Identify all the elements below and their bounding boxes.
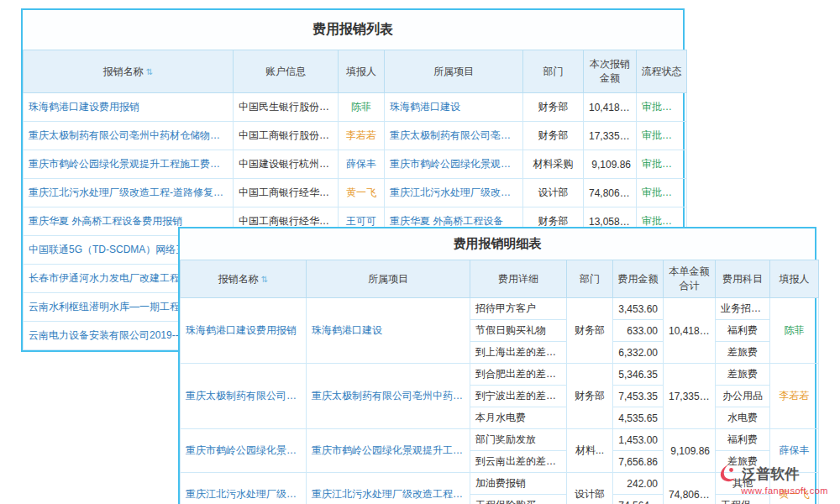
cell-expense-name[interactable]: 重庆江北污水处理厂级改造工程-道路修复工程费用... [24,179,234,207]
cell-dept: 材料采购 [523,150,584,179]
cell-project[interactable]: 重庆江北污水处理厂级改造工程-道路修复工程 [307,473,470,504]
cell-status[interactable]: 审批通过 [637,122,687,150]
cell-expense-detail: 到上海出差的差旅费 [470,342,567,364]
expense-detail-title: 费用报销明细表 [180,228,815,260]
cell-project[interactable]: 重庆太极制药有限公司亳州中... [385,122,523,150]
cell-expense-detail: 到云南出差的差旅费 [470,451,567,473]
table-row: 重庆江北污水处理厂级改造工程-道路修复工程费用... 中国工商银行经华路支行 黄… [24,179,687,207]
cell-account: 中国工商银行经华路支行 [234,179,339,207]
cell-status[interactable]: 审批通过 [637,150,687,179]
cell-total: 74,806.00 [664,473,716,504]
col-header-name[interactable]: 报销名称⇅ [181,260,307,298]
col-header-status: 流程状态 [637,50,687,93]
brand-name: 泛普软件 [742,465,799,484]
cell-total: 17,335.35 [664,364,716,429]
cell-amount: 3,453.60 [613,298,664,320]
cell-expense-name[interactable]: 重庆江北污水处理厂级改造工程-... [181,473,307,504]
cell-amount: 5,346.35 [613,364,664,386]
cell-amount: 7,453.35 [613,386,664,407]
col-header-project: 所属项目 [307,260,470,298]
cell-total: 10,418.60 [664,298,716,364]
cell-expense-detail: 节假日购买礼物 [470,320,567,342]
cell-expense-detail: 本月水电费 [470,407,567,429]
col-header-reporter: 填报人 [770,260,819,298]
cell-category: 福利费 [716,320,770,342]
cell-reporter: 李若若 [339,122,385,150]
col-header-category: 费用科目 [716,260,770,298]
sort-icon[interactable]: ⇅ [261,275,268,284]
cell-reporter: 陈菲 [770,298,819,364]
cell-amount: 10,418.60 [584,93,637,122]
col-header-detail: 费用详细 [470,260,567,298]
cell-category: 办公用品 [716,386,770,407]
cell-expense-name[interactable]: 重庆太极制药有限公司亳州中药材... [181,364,307,429]
cell-dept: 材料... [567,429,613,473]
fanpu-logo: 泛普软件 www.fanpusoft.com [717,464,828,496]
col-header-name-label: 报销名称 [103,66,144,77]
cell-amount: 4,535.65 [613,407,664,429]
table-row: 重庆市鹤岭公园绿化景观提升工程... 重庆市鹤岭公园绿化景观提升工程施工 部门奖… [181,429,819,451]
cell-status[interactable]: 审批通过 [637,93,687,122]
cell-project[interactable]: 重庆市鹤岭公园绿化景观提升工程施工 [307,429,470,473]
expense-detail-panel: 费用报销明细表 报销名称⇅ 所属项目 费用详细 部门 费用金额 本单金额合计 费… [178,227,816,504]
col-header-amount: 费用金额 [613,260,664,298]
sort-icon[interactable]: ⇅ [146,67,153,76]
cell-amount: 6,332.00 [613,342,664,364]
col-header-dept: 部门 [567,260,613,298]
col-header-reporter: 填报人 [339,50,385,93]
cell-expense-detail: 招待甲方客户 [470,298,567,320]
cell-account: 中国工商银行股份有限 [234,122,339,150]
cell-amount: 9,109.86 [584,150,637,179]
cell-expense-name[interactable]: 珠海鹤港口建设费用报销 [181,298,307,364]
cell-expense-name[interactable]: 重庆市鹤岭公园绿化景观提升工程施工费用报销 [24,150,234,179]
cell-project[interactable]: 珠海鹤港口建设 [385,93,523,122]
cell-reporter: 李若若 [770,364,819,429]
cell-category: 差旅费 [716,364,770,386]
table-row: 珠海鹤港口建设费用报销 中国民生银行股份有限... 陈菲 珠海鹤港口建设 财务部… [24,93,687,122]
cell-category: 工程保险费 [716,495,770,504]
cell-total: 9,109.86 [664,429,716,473]
cell-reporter: 黄一飞 [339,179,385,207]
cell-project[interactable]: 重庆市鹤岭公园绿化景观提升... [385,150,523,179]
cell-account: 中国民生银行股份有限... [234,93,339,122]
col-header-total: 本单金额合计 [664,260,716,298]
brand-url: www.fanpusoft.com [717,486,828,496]
cell-expense-name[interactable]: 珠海鹤港口建设费用报销 [24,93,234,122]
cell-account: 中国建设银行杭州市上... [234,150,339,179]
table-row: 珠海鹤港口建设费用报销 珠海鹤港口建设 招待甲方客户 财务部 3,453.60 … [181,298,819,320]
cell-dept: 财务部 [523,93,584,122]
table-row: 重庆太极制药有限公司亳州中药材... 重庆太极制药有限公司亳州中药材仓储物流..… [181,364,819,386]
fanpu-logo-icon [717,464,738,484]
col-header-name-label: 报销名称 [218,273,259,285]
cell-expense-name[interactable]: 重庆太极制药有限公司亳州中药材仓储物流基地项... [24,122,234,150]
cell-category: 业务招待费 [716,298,770,320]
cell-expense-detail: 加油费报销 [470,473,567,495]
cell-dept: 财务部 [523,122,584,150]
cell-expense-detail: 到宁波出差的差旅费 [470,386,567,407]
cell-status[interactable]: 审批通过 [637,179,687,207]
cell-amount: 74,564... [613,495,664,504]
col-header-name[interactable]: 报销名称⇅ [24,50,234,93]
cell-expense-name[interactable]: 重庆市鹤岭公园绿化景观提升工程... [181,429,307,473]
cell-amount: 633.00 [613,320,664,342]
cell-dept: 财务部 [567,298,613,364]
cell-project[interactable]: 重庆太极制药有限公司亳州中药材仓储物流... [307,364,470,429]
table-row: 重庆太极制药有限公司亳州中药材仓储物流基地项... 中国工商银行股份有限 李若若… [24,122,687,150]
cell-reporter: 陈菲 [339,93,385,122]
cell-expense-detail: 部门奖励发放 [470,429,567,451]
cell-project[interactable]: 珠海鹤港口建设 [307,298,470,364]
cell-amount: 17,335.35 [584,122,637,150]
expense-list-title: 费用报销列表 [23,10,683,50]
cell-category: 水电费 [716,407,770,429]
cell-amount: 74,806.00 [584,179,637,207]
cell-amount: 242.00 [613,473,664,495]
col-header-dept: 部门 [523,50,584,93]
cell-project[interactable]: 重庆江北污水处理厂级改造工... [385,179,523,207]
cell-category: 福利费 [716,429,770,451]
cell-dept: 设计部 [567,473,613,504]
table-row: 重庆市鹤岭公园绿化景观提升工程施工费用报销 中国建设银行杭州市上... 薛保丰 … [24,150,687,179]
cell-category: 差旅费 [716,342,770,364]
cell-amount: 1,453.00 [613,429,664,451]
cell-dept: 设计部 [523,179,584,207]
cell-dept: 财务部 [567,364,613,429]
